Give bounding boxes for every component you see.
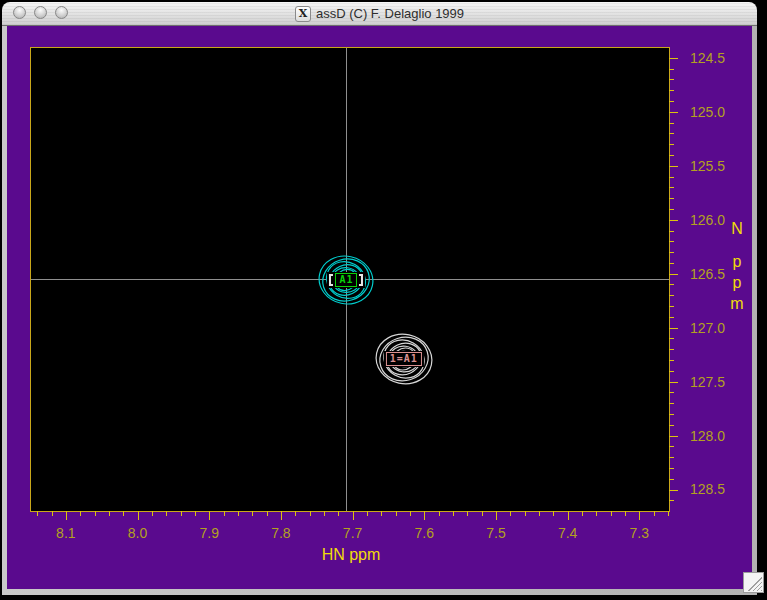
y-minor-tick [669, 69, 674, 70]
peak-assignment-text: A1 [335, 273, 357, 287]
x-minor-tick [654, 511, 655, 516]
y-minor-tick [669, 79, 674, 80]
y-minor-tick [669, 457, 674, 458]
y-minor-tick [669, 177, 674, 178]
y-minor-tick [669, 241, 674, 242]
x-minor-tick [539, 511, 540, 516]
selection-bracket-right [359, 274, 363, 286]
y-minor-tick [669, 479, 674, 480]
y-minor-tick [669, 284, 674, 285]
y-minor-tick [669, 403, 674, 404]
x-tick-label: 8.0 [128, 525, 147, 541]
y-minor-tick [669, 90, 674, 91]
selection-bracket-left [329, 274, 333, 286]
x-minor-tick [295, 511, 296, 516]
x-tick-label: 7.4 [558, 525, 577, 541]
x-major-tick [209, 511, 210, 520]
y-tick-label: 125.5 [690, 158, 725, 174]
y-tick-label: 127.0 [690, 320, 725, 336]
y-minor-tick [669, 414, 674, 415]
y-minor-tick [669, 295, 674, 296]
resize-grip[interactable] [743, 572, 764, 593]
y-minor-tick [669, 209, 674, 210]
x-minor-tick [109, 511, 110, 516]
x-tick-label: 7.5 [486, 525, 505, 541]
x-minor-tick [367, 511, 368, 516]
x-tick-label: 7.6 [415, 525, 434, 541]
y-axis-title-char: p [727, 251, 747, 272]
spectrum-plot-area[interactable]: A11=A1 [30, 47, 670, 512]
x-tick-label: 7.7 [343, 525, 362, 541]
y-minor-tick [669, 133, 674, 134]
y-minor-tick [669, 446, 674, 447]
x-minor-tick [95, 511, 96, 516]
peak-assignment-text: 1=A1 [386, 352, 422, 366]
y-major-tick [669, 328, 678, 329]
x-tick-label: 7.9 [199, 525, 218, 541]
window-title: assD (C) F. Delaglio 1999 [316, 6, 464, 21]
x-minor-tick [396, 511, 397, 516]
close-button[interactable] [13, 6, 26, 19]
y-major-tick [669, 436, 678, 437]
x-minor-tick [553, 511, 554, 516]
y-minor-tick [669, 425, 674, 426]
y-tick-label: 126.0 [690, 212, 725, 228]
title-group: X assD (C) F. Delaglio 1999 [295, 6, 464, 22]
y-tick-label: 126.5 [690, 266, 725, 282]
y-minor-tick [669, 252, 674, 253]
x-minor-tick [625, 511, 626, 516]
y-axis-title-char: m [727, 293, 747, 314]
y-axis-title-char: N [727, 218, 747, 239]
x11-app-icon: X [295, 6, 311, 22]
x-minor-tick [123, 511, 124, 516]
y-minor-tick [669, 144, 674, 145]
y-minor-tick [669, 263, 674, 264]
y-tick-label: 125.0 [690, 104, 725, 120]
y-minor-tick [669, 198, 674, 199]
y-major-tick [669, 274, 678, 275]
x-minor-tick [596, 511, 597, 516]
y-minor-tick [669, 500, 674, 501]
x-minor-tick [510, 511, 511, 516]
y-tick-label: 128.0 [690, 428, 725, 444]
x-minor-tick [80, 511, 81, 516]
y-minor-tick [669, 231, 674, 232]
x-minor-tick [195, 511, 196, 516]
peak-a1-label[interactable]: A1 [327, 272, 365, 288]
x-minor-tick [267, 511, 268, 516]
x-minor-tick [525, 511, 526, 516]
x-minor-tick [467, 511, 468, 516]
x-minor-tick [582, 511, 583, 516]
x-minor-tick [224, 511, 225, 516]
x-major-tick [639, 511, 640, 520]
x-axis-title: HN ppm [322, 546, 381, 564]
x-minor-tick [439, 511, 440, 516]
y-minor-tick [669, 360, 674, 361]
y-minor-tick [669, 338, 674, 339]
titlebar[interactable]: X assD (C) F. Delaglio 1999 [2, 2, 757, 26]
minimize-button[interactable] [34, 6, 47, 19]
window-controls [13, 6, 68, 19]
y-minor-tick [669, 101, 674, 102]
x-minor-tick [453, 511, 454, 516]
y-tick-label: 128.5 [690, 481, 725, 497]
y-minor-tick [669, 155, 674, 156]
x-minor-tick [181, 511, 182, 516]
y-axis-title: Nppm [727, 218, 747, 314]
peak-1-a1-label[interactable]: 1=A1 [384, 351, 424, 367]
x-major-tick [353, 511, 354, 520]
y-minor-tick [669, 306, 674, 307]
y-minor-tick [669, 371, 674, 372]
x-minor-tick [381, 511, 382, 516]
y-major-tick [669, 112, 678, 113]
y-minor-tick [669, 349, 674, 350]
zoom-button[interactable] [55, 6, 68, 19]
x-minor-tick [238, 511, 239, 516]
x-tick-label: 7.8 [271, 525, 290, 541]
x-minor-tick [52, 511, 53, 516]
x-minor-tick [611, 511, 612, 516]
x-minor-tick [482, 511, 483, 516]
x-minor-tick [324, 511, 325, 516]
y-tick-label: 124.5 [690, 50, 725, 66]
x-tick-label: 7.3 [630, 525, 649, 541]
